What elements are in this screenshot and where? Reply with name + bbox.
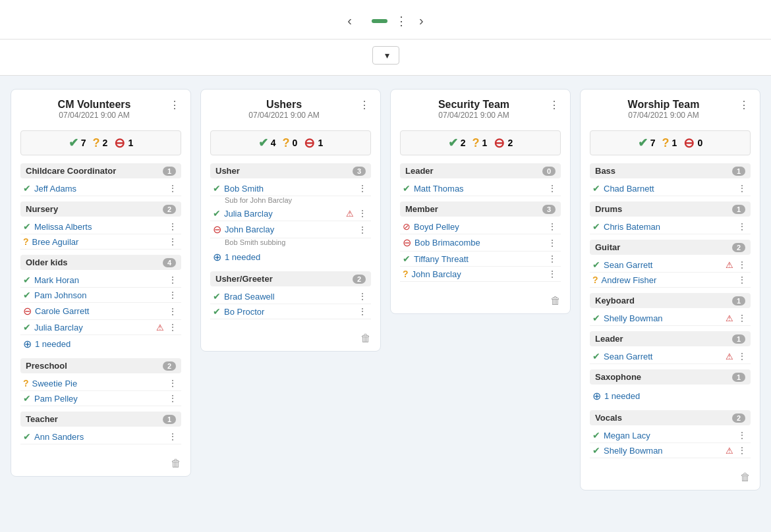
person-name[interactable]: Boyd Pelley (414, 222, 546, 232)
person-name[interactable]: Carole Garrett (35, 306, 167, 316)
person-name[interactable]: Sean Garrett (604, 260, 723, 270)
needed-row[interactable]: ⊕ 1 needed (590, 387, 751, 405)
person-name[interactable]: Bree Aguilar (32, 237, 167, 247)
minus-status-icon: ⊖ (304, 135, 315, 151)
question-number: 2 (103, 138, 108, 148)
person-menu-button[interactable]: ⋮ (736, 183, 748, 194)
person-name[interactable]: Shelly Bowman (604, 313, 723, 323)
card-menu-button[interactable]: ⋮ (358, 99, 371, 111)
person-name[interactable]: Pam Johnson (34, 290, 167, 300)
person-name[interactable]: John Barclay (225, 225, 357, 234)
minus-icon: ⊖ (403, 236, 411, 249)
person-menu-button[interactable]: ⋮ (167, 431, 179, 442)
header-menu-button[interactable]: ⋮ (395, 14, 407, 28)
person-name[interactable]: Mark Horan (34, 275, 167, 285)
person-menu-button[interactable]: ⋮ (736, 313, 748, 323)
card-worship-team: Worship Team 07/04/2021 9:00 AM ⋮ ✔ 7 ? … (580, 89, 760, 491)
person-menu-button[interactable]: ⋮ (167, 306, 179, 317)
person-menu-button[interactable]: ⋮ (546, 221, 558, 232)
person-menu-button[interactable]: ⋮ (546, 183, 558, 194)
person-menu-button[interactable]: ⋮ (736, 445, 748, 456)
warning-icon: ⚠ (726, 313, 733, 323)
add-team-button[interactable]: ▾ (372, 46, 399, 65)
person-menu-button[interactable]: ⋮ (167, 183, 179, 194)
needed-row[interactable]: ⊕ 1 needed (20, 335, 181, 353)
question-status-icon: ? (662, 136, 670, 150)
delete-button[interactable]: 🗑 (550, 295, 561, 307)
person-name[interactable]: Julia Barclay (34, 323, 154, 332)
person-menu-button[interactable]: ⋮ (736, 351, 748, 361)
delete-button[interactable]: 🗑 (740, 471, 751, 483)
check-icon: ✔ (23, 290, 31, 300)
next-button[interactable]: › (415, 12, 428, 30)
person-menu-button[interactable]: ⋮ (357, 291, 368, 302)
delete-button[interactable]: 🗑 (360, 332, 371, 344)
section-count: 2 (353, 275, 366, 284)
prev-button[interactable]: ‹ (343, 12, 356, 30)
card-menu-button[interactable]: ⋮ (737, 99, 751, 111)
person-menu-button[interactable]: ⋮ (167, 236, 179, 247)
section-title: Drums (595, 204, 622, 214)
section-header: Bass 1 (590, 163, 751, 178)
person-name[interactable]: Melissa Alberts (34, 222, 167, 232)
person-row: ✔ Julia Barclay ⚠ ⋮ (20, 320, 181, 335)
needed-row[interactable]: ⊕ 1 needed (210, 248, 371, 266)
person-menu-button[interactable]: ⋮ (357, 306, 368, 317)
person-menu-button[interactable]: ⋮ (736, 430, 748, 440)
section-title: Member (405, 204, 438, 214)
person-name[interactable]: Megan Lacy (604, 431, 736, 440)
person-row: ✔ Ann Sanders ⋮ (20, 429, 181, 444)
section-title: Usher/Greeter (215, 274, 273, 284)
person-name[interactable]: Pam Pelley (34, 394, 167, 404)
person-name[interactable]: Chad Barnett (604, 184, 736, 194)
person-menu-button[interactable]: ⋮ (357, 208, 368, 219)
check-icon: ✔ (213, 208, 221, 219)
person-menu-button[interactable]: ⋮ (546, 269, 558, 279)
person-name[interactable]: Jeff Adams (34, 184, 167, 194)
check-icon: ✔ (23, 431, 31, 442)
person-name[interactable]: John Barclay (412, 269, 546, 279)
person-menu-button[interactable]: ⋮ (736, 275, 748, 285)
person-name[interactable]: Bob Brimacombe (414, 238, 546, 248)
person-menu-button[interactable]: ⋮ (167, 393, 179, 404)
check-count: ✔ 7 (69, 136, 86, 150)
person-menu-button[interactable]: ⋮ (167, 290, 179, 300)
person-name[interactable]: Chris Bateman (604, 222, 736, 232)
person-menu-button[interactable]: ⋮ (167, 322, 179, 332)
check-icon: ✔ (592, 221, 600, 232)
section-count: 1 (732, 373, 745, 382)
check-icon: ✔ (213, 291, 221, 302)
person-menu-button[interactable]: ⋮ (357, 225, 368, 235)
card-menu-button[interactable]: ⋮ (548, 99, 561, 111)
check-status-icon: ✔ (258, 136, 268, 150)
section-title: Keyboard (595, 296, 635, 306)
card-menu-button[interactable]: ⋮ (168, 99, 181, 111)
person-name[interactable]: Shelly Bowman (604, 446, 723, 456)
check-count: ✔ 2 (448, 136, 466, 150)
person-name[interactable]: Bob Smith (224, 184, 357, 194)
section-header: Keyboard 1 (590, 293, 751, 308)
person-menu-button[interactable]: ⋮ (546, 238, 558, 248)
section-title: Preschool (26, 361, 67, 371)
person-menu-button[interactable]: ⋮ (357, 183, 368, 194)
person-menu-button[interactable]: ⋮ (167, 275, 179, 285)
person-name[interactable]: Andrew Fisher (602, 275, 736, 285)
person-name[interactable]: Sean Garrett (604, 352, 723, 361)
person-name[interactable]: Tiffany Threatt (414, 254, 546, 264)
person-row: ⊘ Boyd Pelley ⋮ (400, 219, 561, 234)
person-menu-button[interactable]: ⋮ (736, 221, 748, 232)
person-menu-button[interactable]: ⋮ (736, 259, 748, 270)
person-menu-button[interactable]: ⋮ (167, 221, 179, 232)
person-name[interactable]: Sweetie Pie (32, 379, 167, 388)
person-name[interactable]: Bo Proctor (224, 307, 357, 317)
delete-button[interactable]: 🗑 (171, 458, 181, 469)
person-menu-button[interactable]: ⋮ (546, 253, 558, 264)
person-name[interactable]: Matt Thomas (414, 184, 546, 194)
person-name[interactable]: Ann Sanders (34, 432, 167, 442)
card-date: 07/04/2021 9:00 AM (20, 111, 168, 120)
person-menu-button[interactable]: ⋮ (167, 378, 179, 388)
person-name[interactable]: Julia Barclay (224, 209, 343, 219)
person-name[interactable]: Brad Seawell (224, 292, 357, 302)
check-number: 7 (650, 138, 656, 148)
person-row: ✔ Megan Lacy ⋮ (590, 428, 751, 443)
